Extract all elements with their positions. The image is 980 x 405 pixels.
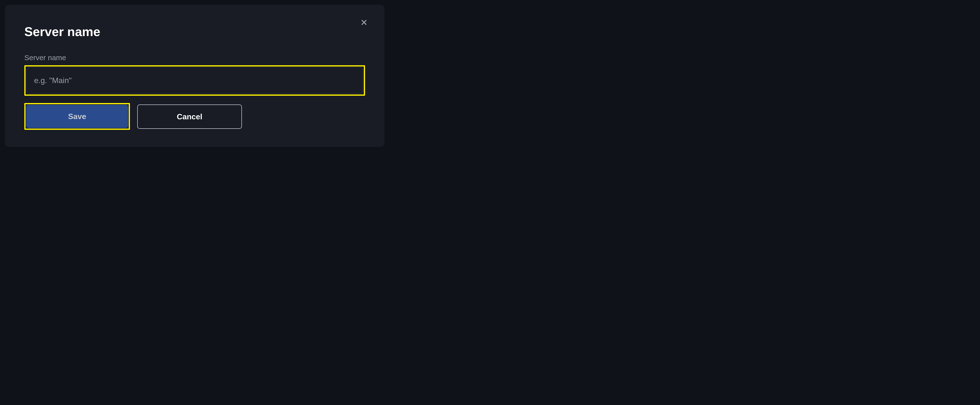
cancel-button[interactable]: Cancel: [137, 104, 242, 129]
close-button[interactable]: [358, 17, 370, 28]
server-name-label: Server name: [24, 54, 365, 62]
input-highlight: [24, 65, 365, 96]
save-highlight: Save: [24, 103, 130, 130]
save-button[interactable]: Save: [26, 105, 128, 128]
button-row: Save Cancel: [24, 103, 365, 130]
close-icon: [360, 19, 368, 26]
dialog-title: Server name: [24, 24, 365, 39]
server-name-input[interactable]: [27, 67, 363, 94]
server-name-dialog: Server name Server name Save Cancel: [5, 5, 385, 147]
